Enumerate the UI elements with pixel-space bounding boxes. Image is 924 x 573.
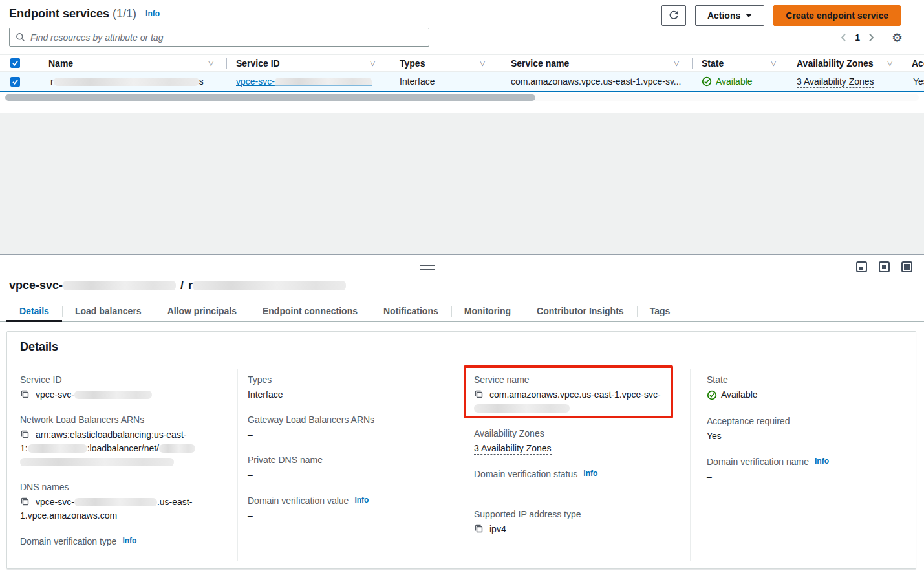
column-divider (464, 369, 464, 561)
field-value: – (248, 468, 455, 482)
search-icon (16, 32, 25, 42)
split-panel: vpce-svc-/r Details Load balancers Allow… (0, 254, 924, 573)
page-title: Endpoint services (1/1) Info (9, 7, 160, 21)
table-header: Name ▽ Service ID ▽ Types ▽ Service name… (0, 54, 924, 72)
info-link[interactable]: Info (122, 536, 136, 545)
redacted-text (74, 391, 152, 399)
actions-button[interactable]: Actions (695, 5, 764, 26)
drag-handle-icon[interactable] (420, 265, 435, 270)
sort-icon-service-name[interactable]: ▽ (674, 59, 679, 67)
field-value: Interface (248, 388, 455, 402)
row-service-id-link[interactable]: vpce-svc- (236, 76, 372, 87)
sort-icon-name[interactable]: ▽ (208, 59, 213, 67)
panel-size-medium-icon[interactable] (879, 261, 890, 272)
actions-button-label: Actions (707, 10, 740, 21)
field-domain-verification-type: Domain verification typeInfo – (20, 534, 228, 563)
field-label: Service ID (20, 373, 228, 386)
details-column-2: Types Interface Gateway Load Balancers A… (248, 373, 455, 534)
column-header-name[interactable]: Name (48, 58, 73, 69)
scrollbar-thumb[interactable] (5, 94, 535, 101)
field-label: Availability Zones (474, 427, 674, 440)
search-bar (9, 28, 429, 47)
search-input[interactable] (9, 28, 429, 47)
field-types: Types Interface (248, 373, 455, 402)
column-header-state[interactable]: State (702, 58, 724, 69)
row-checkbox[interactable] (10, 77, 20, 87)
gear-icon[interactable]: ⚙ (892, 32, 903, 44)
sort-icon-service-id[interactable]: ▽ (370, 59, 375, 67)
details-column-1: Service ID vpce-svc- Network Load Balanc… (20, 373, 228, 573)
tab-contributor-insights[interactable]: Contributor Insights (524, 301, 637, 321)
column-header-acceptance[interactable]: Acceptance required (912, 58, 924, 69)
tab-monitoring[interactable]: Monitoring (451, 301, 524, 321)
pagination: 1 ⚙ (841, 30, 903, 45)
chevron-right-icon[interactable] (868, 33, 874, 42)
column-header-availability-zones[interactable]: Availability Zones (797, 58, 874, 69)
row-availability-zones-link[interactable]: 3 Availability Zones (797, 76, 874, 88)
field-value: arn:aws:elasticloadbalancing:us-east- 1:… (20, 428, 228, 469)
copy-icon[interactable] (474, 389, 484, 399)
column-divider (788, 58, 788, 69)
field-label: Types (248, 373, 455, 386)
panel-size-large-icon[interactable] (901, 261, 912, 272)
tab-tags[interactable]: Tags (637, 301, 683, 321)
field-label: Service name (474, 373, 674, 386)
field-label: Domain verification nameInfo (707, 455, 914, 468)
field-label: DNS names (20, 481, 228, 493)
caret-down-icon (746, 14, 752, 17)
tab-load-balancers[interactable]: Load balancers (62, 301, 155, 321)
horizontal-scrollbar (5, 94, 919, 101)
row-name: rs (50, 76, 204, 87)
redacted-text (474, 404, 570, 413)
info-link[interactable]: Info (354, 495, 369, 504)
field-availability-zones: Availability Zones 3 Availability Zones (474, 427, 674, 455)
header-checkbox[interactable] (10, 58, 20, 68)
redacted-text (275, 78, 372, 86)
tab-endpoint-connections[interactable]: Endpoint connections (250, 301, 371, 321)
tab-notifications[interactable]: Notifications (371, 301, 451, 321)
table-row[interactable]: rs vpce-svc- Interface com.amazonaws.vpc… (0, 72, 924, 92)
refresh-button[interactable] (661, 5, 686, 26)
tab-details[interactable]: Details (6, 301, 62, 321)
panel-size-controls (856, 261, 912, 272)
panel-title: vpce-svc-/r (9, 279, 346, 292)
page-number[interactable]: 1 (855, 32, 860, 43)
column-divider (692, 58, 693, 69)
pagination-divider (883, 30, 883, 45)
column-divider (690, 369, 691, 561)
panel-size-small-icon[interactable] (856, 261, 867, 272)
field-service-id: Service ID vpce-svc- (20, 373, 228, 402)
copy-icon[interactable] (20, 497, 30, 506)
field-glb-arns: Gateway Load Balancers ARNs – (248, 413, 455, 442)
sort-icon-types[interactable]: ▽ (480, 59, 485, 67)
sort-icon-state[interactable]: ▽ (771, 59, 776, 67)
field-value: – (707, 470, 914, 484)
field-value: 3 Availability Zones (474, 442, 674, 455)
tab-allow-principals[interactable]: Allow principals (155, 301, 250, 321)
column-header-service-name[interactable]: Service name (511, 58, 569, 69)
create-endpoint-service-button[interactable]: Create endpoint service (773, 5, 901, 26)
row-state: Available (702, 76, 753, 87)
info-link[interactable]: Info (815, 457, 829, 466)
check-icon (12, 59, 19, 67)
check-icon (12, 78, 19, 85)
copy-icon[interactable] (20, 389, 30, 399)
column-header-types[interactable]: Types (400, 58, 425, 69)
field-label: State (707, 373, 914, 386)
chevron-left-icon[interactable] (841, 33, 846, 42)
page-title-text: Endpoint services (9, 7, 109, 20)
header-actions: Actions Create endpoint service (661, 5, 901, 26)
availability-zones-link[interactable]: 3 Availability Zones (474, 443, 552, 455)
field-label: Supported IP address type (474, 508, 674, 521)
field-value: – (20, 550, 228, 563)
row-acceptance: Yes (913, 76, 924, 87)
field-label: Domain verification statusInfo (474, 467, 674, 481)
title-info-link[interactable]: Info (145, 9, 160, 18)
sort-icon-availability-zones[interactable]: ▽ (887, 59, 892, 67)
copy-icon[interactable] (20, 429, 30, 439)
info-link[interactable]: Info (583, 469, 597, 478)
copy-icon[interactable] (474, 524, 484, 534)
field-value: ipv4 (474, 523, 674, 536)
column-header-service-id[interactable]: Service ID (236, 58, 280, 69)
resource-count: (1/1) (113, 7, 136, 20)
